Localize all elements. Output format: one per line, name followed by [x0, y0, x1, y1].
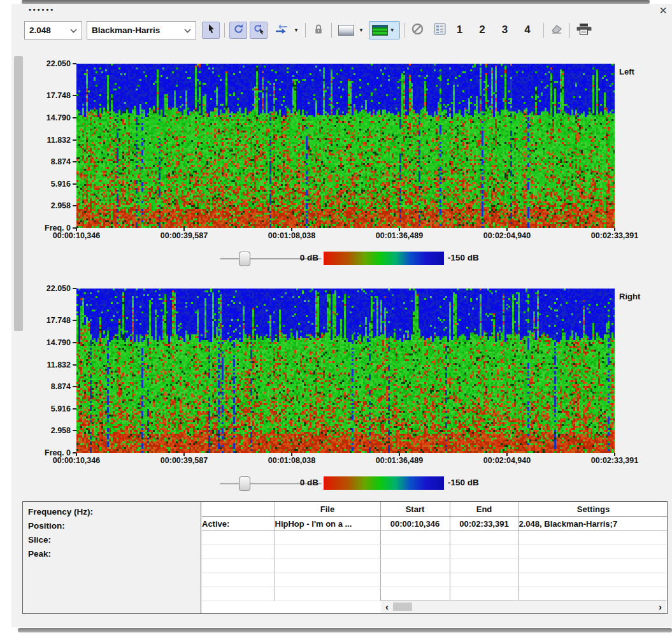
header-start[interactable]: Start — [380, 502, 450, 517]
freq-tick-label: 17.748 — [46, 316, 76, 325]
toolbar-separator — [224, 23, 225, 38]
toolbar-separator — [404, 23, 405, 38]
freq-tick-label: 2.958 — [51, 201, 76, 210]
readout-panel: Frequency (Hz): Position: Slice: Peak: — [23, 502, 201, 613]
spectrogram-section-left: 22.050 17.748 14.790 11.832 8.874 5.916 … — [0, 64, 672, 274]
cell-start: 00:00:10,346 — [380, 517, 450, 531]
db-max-label: 0 dB — [274, 253, 318, 262]
window-bottom-edge — [18, 628, 672, 632]
spectrum-analysis-window: •••••• × 2.048 Blackman-Harris — [0, 0, 672, 635]
lock-button[interactable] — [310, 22, 327, 39]
graph-display-icon — [338, 25, 354, 36]
db-legend-row: 0 dB -150 dB — [0, 250, 672, 268]
freq-tick-label: 11.832 — [46, 136, 76, 145]
horizontal-scrollbar[interactable]: ‹ › — [381, 600, 666, 613]
graph-display-caret[interactable]: ▼ — [359, 27, 364, 33]
preset-2-button[interactable]: 2 — [479, 24, 485, 36]
spectrogram-canvas-left[interactable] — [76, 64, 615, 228]
header-settings[interactable]: Settings — [518, 502, 667, 517]
table-row-active[interactable]: Active: HipHop - I'm on a ... 00:00:10,3… — [202, 517, 667, 531]
refresh-cursor-icon — [253, 24, 264, 37]
toolbar-separator — [331, 23, 332, 38]
contrast-slider-thumb[interactable] — [239, 252, 250, 266]
toolbar-separator — [569, 23, 570, 38]
refresh-on-move-button[interactable] — [250, 22, 268, 39]
contrast-slider-thumb[interactable] — [239, 476, 250, 491]
sync-options-caret[interactable]: ▼ — [294, 27, 299, 33]
time-tick-label: 00:01:36,489 — [376, 231, 423, 240]
spectrogram-canvas-right[interactable] — [76, 289, 615, 453]
time-tick-label: 00:02:33,391 — [591, 231, 638, 240]
freq-tick-label: 17.748 — [46, 91, 76, 100]
freq-tick-label: 22.050 — [46, 284, 76, 293]
grid-icon — [434, 23, 446, 38]
scroll-right-icon[interactable]: › — [659, 601, 662, 612]
time-tick-label: 00:01:08,038 — [268, 231, 315, 240]
color-gradient-legend — [324, 252, 444, 265]
time-tick-label: 00:00:39,587 — [161, 456, 208, 465]
time-tick-label: 00:00:10,346 — [53, 231, 100, 240]
db-min-label: -150 dB — [448, 253, 479, 262]
print-button[interactable] — [575, 22, 594, 39]
freq-tick-label: 2.958 — [51, 426, 76, 435]
freq-tick-label: 5.916 — [51, 404, 76, 413]
results-grid: File Start End Settings Active: HipHop -… — [202, 502, 667, 613]
erase-button[interactable] — [548, 22, 565, 39]
freq-tick-label: 8.874 — [51, 157, 76, 166]
freq-tick-label: 14.790 — [46, 338, 76, 347]
time-tick-label: 00:01:08,038 — [268, 456, 315, 465]
frequency-axis: 22.050 17.748 14.790 11.832 8.874 5.916 … — [0, 64, 76, 228]
chevron-down-icon — [184, 25, 191, 35]
frequency-axis: 22.050 17.748 14.790 11.832 8.874 5.916 … — [0, 289, 76, 453]
time-tick-label: 00:02:04,940 — [483, 456, 531, 465]
scrollbar-thumb[interactable] — [393, 603, 412, 611]
sonogram-display-caret[interactable]: ▼ — [390, 27, 395, 33]
db-max-label: 0 dB — [274, 478, 318, 487]
freq-tick-label: 11.832 — [46, 360, 76, 369]
header-file[interactable]: File — [275, 502, 380, 517]
db-legend-row: 0 dB -150 dB — [0, 475, 672, 493]
close-icon[interactable]: × — [655, 3, 671, 18]
sync-selection-button[interactable] — [271, 22, 292, 39]
printer-icon — [576, 23, 592, 38]
time-tick-label: 00:00:10,346 — [53, 456, 100, 465]
preset-3-button[interactable]: 3 — [502, 24, 508, 36]
cursor-arrow-icon — [206, 24, 216, 36]
lock-icon — [314, 24, 323, 37]
window-function-select[interactable]: Blackman-Harris — [87, 21, 196, 39]
time-tick-label: 00:02:04,940 — [483, 231, 531, 240]
select-tool-button[interactable] — [202, 22, 220, 39]
table-row-empty[interactable] — [202, 573, 667, 587]
refresh-icon — [233, 24, 244, 37]
window-title: •••••• — [29, 6, 55, 13]
sonogram-display-button[interactable]: ▼ — [369, 21, 400, 39]
refresh-button[interactable] — [229, 22, 247, 39]
freq-tick-label: 22.050 — [46, 59, 76, 68]
chevron-down-icon — [70, 25, 77, 35]
table-row-empty[interactable] — [202, 587, 667, 601]
fft-size-value: 2.048 — [29, 25, 51, 35]
channel-label: Left — [619, 67, 634, 76]
fft-size-select[interactable]: 2.048 — [24, 21, 82, 39]
readout-frequency-label: Frequency (Hz): — [28, 505, 201, 519]
results-table: File Start End Settings Active: HipHop -… — [202, 502, 667, 601]
readout-slice-label: Slice: — [28, 533, 201, 547]
header-end[interactable]: End — [450, 502, 518, 517]
time-tick-label: 00:02:33,391 — [591, 456, 638, 465]
toolbar-separator — [543, 23, 544, 38]
cell-row-label: Active: — [202, 517, 275, 531]
preset-1-button[interactable]: 1 — [457, 24, 462, 36]
table-row-empty[interactable] — [202, 531, 667, 545]
graph-display-button[interactable] — [336, 22, 357, 39]
table-row-empty[interactable] — [202, 545, 667, 559]
color-gradient-legend — [324, 476, 444, 490]
time-tick-label: 00:00:39,587 — [161, 231, 208, 240]
disable-button[interactable] — [410, 22, 426, 39]
scroll-left-icon[interactable]: ‹ — [385, 601, 389, 612]
results-panel: Frequency (Hz): Position: Slice: Peak: F… — [22, 501, 668, 614]
cell-end: 00:02:33,391 — [450, 517, 518, 531]
settings-grid-button[interactable] — [432, 22, 448, 39]
table-row-empty[interactable] — [202, 559, 667, 573]
circle-slash-icon — [411, 23, 424, 38]
preset-4-button[interactable]: 4 — [524, 24, 530, 36]
